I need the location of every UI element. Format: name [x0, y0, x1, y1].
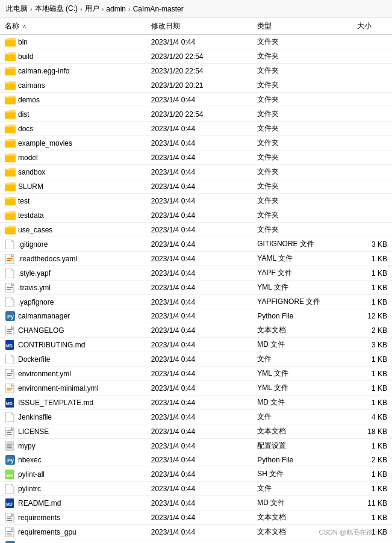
- table-row[interactable]: test2023/1/4 0:44文件夹: [0, 194, 392, 208]
- table-row[interactable]: use_cases2023/1/4 0:44文件夹: [0, 223, 392, 237]
- file-size: 1 KB: [352, 439, 392, 453]
- breadcrumb-sep-0: ›: [30, 5, 33, 13]
- table-row[interactable]: .style.yapf2023/1/4 0:44YAPF 文件1 KB: [0, 266, 392, 281]
- file-size: 1 KB: [352, 381, 392, 396]
- col-header-date[interactable]: 修改日期: [146, 18, 253, 35]
- file-name-cell: testdata: [0, 208, 146, 223]
- file-type: 文件夹: [252, 93, 352, 107]
- svg-rect-50: [7, 518, 11, 519]
- svg-rect-38: [7, 445, 11, 447]
- table-row[interactable]: sandbox2023/1/4 0:44文件夹: [0, 165, 392, 179]
- file-date: 2023/1/4 0:44: [146, 93, 253, 107]
- file-icon: [5, 355, 16, 364]
- table-row[interactable]: build2023/1/20 22:54文件夹: [0, 49, 392, 64]
- table-row[interactable]: LICENSE2023/1/4 0:44文本文档18 KB: [0, 424, 392, 439]
- file-name: test: [18, 197, 30, 205]
- file-date: 2023/1/4 0:44: [146, 381, 253, 396]
- file-icon: [5, 484, 16, 494]
- table-row[interactable]: requirements2023/1/4 0:44文本文档1 KB: [0, 510, 392, 525]
- table-row[interactable]: caiman.egg-info2023/1/20 22:54文件夹: [0, 64, 392, 78]
- table-row[interactable]: demos2023/1/4 0:44文件夹: [0, 93, 392, 107]
- file-name-cell: CHANGELOG: [0, 323, 146, 338]
- file-name-cell: demos: [0, 93, 146, 107]
- breadcrumb-computer[interactable]: 此电脑: [6, 4, 28, 14]
- file-name: Dockerfile: [18, 355, 50, 364]
- file-name-cell: Py caimanmanager: [0, 309, 146, 323]
- folder-icon: [5, 167, 16, 177]
- table-row[interactable]: caimans2023/1/20 20:21文件夹: [0, 78, 392, 93]
- file-date: 2023/1/4 0:44: [146, 223, 253, 237]
- table-row[interactable]: docs2023/1/4 0:44文件夹: [0, 122, 392, 136]
- breadcrumb-drive[interactable]: 本地磁盘 (C:): [35, 4, 78, 14]
- file-type: MD 文件: [252, 396, 352, 410]
- table-row[interactable]: MD README.md2023/1/4 0:44MD 文件11 KB: [0, 496, 392, 510]
- table-row[interactable]: Py setup2023/1/4 0:44Python File5 KB: [0, 539, 392, 544]
- file-date: 2023/1/4 0:44: [146, 539, 253, 544]
- col-header-name[interactable]: 名称 ∧: [0, 18, 146, 35]
- svg-rect-3: [7, 258, 13, 259]
- svg-rect-23: [7, 373, 13, 374]
- file-type: MD 文件: [252, 496, 352, 510]
- file-type: YML 文件: [252, 367, 352, 381]
- folder-icon: [5, 138, 16, 148]
- svg-rect-49: [7, 517, 13, 517]
- table-row[interactable]: Py nbexec2023/1/4 0:44Python File2 KB: [0, 453, 392, 467]
- file-type: Python File: [252, 309, 352, 323]
- file-name: sandbox: [18, 168, 45, 176]
- file-name: bin: [18, 38, 28, 46]
- file-date: 2023/1/20 22:54: [146, 49, 253, 64]
- col-header-size[interactable]: 大小: [352, 18, 392, 35]
- table-row[interactable]: environment-minimal.yml2023/1/4 0:44YML …: [0, 381, 392, 396]
- table-row[interactable]: SLURM2023/1/4 0:44文件夹: [0, 179, 392, 194]
- file-name: SLURM: [18, 182, 43, 191]
- svg-rect-53: [7, 531, 13, 532]
- table-row[interactable]: .gitignore2023/1/4 0:44GITIGNORE 文件3 KB: [0, 237, 392, 252]
- table-row[interactable]: example_movies2023/1/4 0:44文件夹: [0, 136, 392, 150]
- file-name-cell: SLURM: [0, 179, 146, 194]
- svg-rect-51: [7, 520, 12, 521]
- table-row[interactable]: SH pylint-all2023/1/4 0:44SH 文件1 KB: [0, 467, 392, 482]
- table-row[interactable]: mypy2023/1/4 0:44配置设置1 KB: [0, 439, 392, 453]
- table-row[interactable]: Dockerfile2023/1/4 0:44文件1 KB: [0, 352, 392, 367]
- table-row[interactable]: dist2023/1/20 22:54文件夹: [0, 107, 392, 122]
- table-row[interactable]: .yapfignore2023/1/4 0:44YAPFIGNORE 文件1 K…: [0, 295, 392, 309]
- table-row[interactable]: Py caimanmanager2023/1/4 0:44Python File…: [0, 309, 392, 323]
- file-name-cell: .readthedocs.yaml: [0, 252, 146, 266]
- yaml-icon: [5, 283, 16, 293]
- table-row[interactable]: environment.yml2023/1/4 0:44YML 文件1 KB: [0, 367, 392, 381]
- file-size: [352, 122, 392, 136]
- breadcrumb-sep-3: ›: [128, 5, 131, 13]
- svg-rect-26: [7, 388, 13, 389]
- file-name-cell: pylintrc: [0, 482, 146, 496]
- breadcrumb-admin[interactable]: admin: [106, 5, 126, 13]
- file-name: .gitignore: [18, 240, 48, 249]
- file-size: 2 KB: [352, 453, 392, 467]
- python-icon: Py: [5, 311, 16, 321]
- file-name-cell: Py nbexec: [0, 453, 146, 467]
- file-type: 文本文档: [252, 424, 352, 439]
- svg-text:MD: MD: [6, 344, 13, 348]
- folder-icon: [5, 52, 16, 61]
- col-header-type[interactable]: 类型: [252, 18, 352, 35]
- table-row[interactable]: .readthedocs.yaml2023/1/4 0:44YAML 文件1 K…: [0, 252, 392, 266]
- folder-icon: [5, 211, 16, 220]
- table-row[interactable]: pylintrc2023/1/4 0:44文件1 KB: [0, 482, 392, 496]
- table-row[interactable]: model2023/1/4 0:44文件夹: [0, 150, 392, 165]
- text-icon: [5, 513, 16, 523]
- table-row[interactable]: testdata2023/1/4 0:44文件夹: [0, 208, 392, 223]
- md-icon: MD: [5, 498, 16, 508]
- file-name-cell: caimans: [0, 78, 146, 93]
- svg-rect-33: [7, 430, 13, 431]
- file-type: 配置设置: [252, 439, 352, 453]
- table-row[interactable]: MD ISSUE_TEMPLATE.md2023/1/4 0:44MD 文件1 …: [0, 396, 392, 410]
- file-size: 1 KB: [352, 510, 392, 525]
- table-row[interactable]: .travis.yml2023/1/4 0:44YML 文件1 KB: [0, 281, 392, 295]
- table-row[interactable]: Jenkinsfile2023/1/4 0:44文件4 KB: [0, 410, 392, 424]
- file-name-cell: environment.yml: [0, 367, 146, 381]
- file-size: 12 KB: [352, 309, 392, 323]
- breadcrumb-users[interactable]: 用户: [85, 4, 99, 14]
- table-row[interactable]: CHANGELOG2023/1/4 0:44文本文档2 KB: [0, 323, 392, 338]
- table-row[interactable]: bin2023/1/4 0:44文件夹: [0, 35, 392, 49]
- file-type: YAML 文件: [252, 252, 352, 266]
- table-row[interactable]: MD CONTRIBUTING.md2023/1/4 0:44MD 文件3 KB: [0, 338, 392, 352]
